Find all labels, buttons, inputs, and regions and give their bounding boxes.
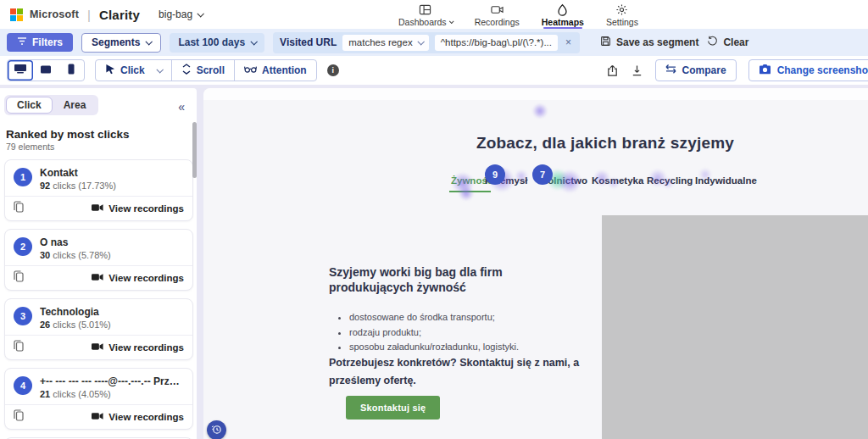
workspace: Click Area « Ranked by most clicks 79 el… [0,88,868,439]
mobile-icon [68,63,75,78]
ranked-clicks-panel: Click Area « Ranked by most clicks 79 el… [0,88,197,439]
click-stats: 30 clicks (5.78%) [40,250,111,260]
save-icon [600,36,611,49]
url-value: ^https://big-bag\.pl/(\?.*)... [441,37,552,47]
click-map-label: Click [120,64,145,76]
segments-dropdown[interactable]: Segments [81,33,161,53]
attention-map-button[interactable]: Attention [235,60,316,81]
desktop-icon [14,63,27,78]
list-item[interactable]: 3 Technologia 26 clicks (5.01%) View [4,298,193,360]
download-icon[interactable] [631,64,643,77]
compare-icon [665,64,676,76]
match-type-dropdown[interactable]: matches regex [342,35,428,51]
nav-label: Settings [606,17,638,27]
device-mobile-button[interactable] [58,60,84,81]
collapse-panel-icon[interactable]: « [178,100,185,114]
copy-icon[interactable] [14,270,24,286]
list-item[interactable]: 2 O nas 30 clicks (5.78%) View record [4,229,193,291]
nav-heatmaps[interactable]: Heatmaps [542,2,584,27]
bullet-item: dostosowane do środka transportu; [349,310,519,325]
list-item[interactable]: 1 Kontakt 92 clicks (17.73%) View rec [4,159,193,221]
copy-icon[interactable] [14,340,24,355]
image-placeholder [602,215,868,439]
brand-divider: | [87,8,91,22]
click-stats: 21 clicks (4.05%) [40,389,184,399]
app-title[interactable]: Clarity [99,8,140,22]
rank-badge: 2 [14,237,32,256]
element-title: Kontakt [40,167,116,179]
video-camera-icon [92,203,103,214]
nav-label: Heatmaps [542,17,584,27]
element-title: O nas [40,236,111,248]
panel-tab-click[interactable]: Click [6,97,53,114]
copy-icon[interactable] [14,409,24,425]
filters-label: Filters [32,36,63,48]
nav-settings[interactable]: Settings [606,2,638,27]
device-desktop-button[interactable] [8,60,33,81]
heatmap-blob [459,186,474,201]
filters-button[interactable]: Filters [7,33,73,52]
save-as-segment-button[interactable]: Save as segment [600,36,698,49]
date-range-label: Last 100 days [178,36,245,48]
compare-button[interactable]: Compare [655,59,737,81]
scroll-map-button[interactable]: Scroll [172,60,235,81]
active-tab-underline [449,191,491,192]
click-stats: 26 clicks (5.01%) [40,320,111,330]
info-icon[interactable]: i [327,64,339,76]
save-as-segment-label: Save as segment [616,36,698,48]
dashboards-icon [419,3,431,16]
clear-button[interactable]: Clear [707,36,748,49]
project-name: big-bag [159,8,192,20]
device-switcher [7,59,85,81]
click-count-badge[interactable]: 7 [532,164,553,185]
chevron-down-icon [449,19,454,24]
video-camera-icon [92,342,103,353]
scrollbar-thumb[interactable] [192,122,197,178]
visited-url-filter: Visited URL matches regex ^https://big-b… [273,32,580,53]
view-recordings-button[interactable]: View recordings [92,273,184,283]
nav-dashboards[interactable]: Dashboards [398,2,453,27]
site-section-title: Zobacz, dla jakich branż szyjemy [419,134,792,153]
change-screenshot-button[interactable]: Change screenshot [748,59,868,81]
share-icon[interactable] [606,64,619,77]
view-recordings-label: View recordings [108,203,184,214]
rank-badge: 3 [14,307,32,325]
click-stats: 92 clicks (17.73%) [40,181,116,191]
heatmap-canvas[interactable]: Zobacz, dla jakich branż szyjemy Żywność… [203,88,868,439]
site-header-band [203,88,868,100]
nav-recordings[interactable]: Recordings [475,2,520,27]
video-camera-icon [92,273,103,283]
settings-icon [615,3,628,16]
rank-badge: 1 [14,168,32,186]
view-recordings-button[interactable]: View recordings [92,412,184,422]
tablet-icon [40,63,52,78]
panel-tab-area[interactable]: Area [53,97,97,114]
element-title: +-- --- --- --- ----@---.---.-- Przedsię… [40,375,184,387]
recordings-icon [491,3,504,16]
toolbar-right: Compare Change screenshot [606,59,868,81]
site-cta-text: Potrzebujesz konkretów? Skontaktuj się z… [329,354,583,391]
project-selector[interactable]: big-bag [159,8,203,20]
video-camera-icon [92,412,103,422]
site-tab-indywidualne[interactable]: Indywidualne [695,175,757,186]
click-count-badge[interactable]: 9 [485,164,505,185]
url-value-chip[interactable]: ^https://big-bag\.pl/(\?.*)... [435,35,558,51]
device-tablet-button[interactable] [33,60,58,81]
remove-filter-icon[interactable]: × [564,36,573,48]
copy-icon[interactable] [14,201,24,216]
microsoft-wordmark: Microsoft [30,8,79,20]
click-map-button[interactable]: Click [96,60,172,81]
contact-button[interactable]: Skontaktuj się [346,396,440,420]
site-tab-kosmetyka[interactable]: Kosmetyka [592,175,643,186]
site-tab-recycling[interactable]: Recycling [647,175,693,186]
list-item[interactable]: 4 +-- --- --- --- ----@---.---.-- Przeds… [4,368,193,430]
view-recordings-label: View recordings [108,342,184,353]
undo-icon [707,36,718,49]
callback-widget[interactable] [207,420,226,439]
view-recordings-button[interactable]: View recordings [92,203,184,214]
heatmaps-icon [556,3,569,16]
view-recordings-button[interactable]: View recordings [92,342,184,353]
date-range-dropdown[interactable]: Last 100 days [170,33,264,53]
ranked-list: 1 Kontakt 92 clicks (17.73%) View rec [4,159,193,439]
scroll-icon [181,64,192,77]
